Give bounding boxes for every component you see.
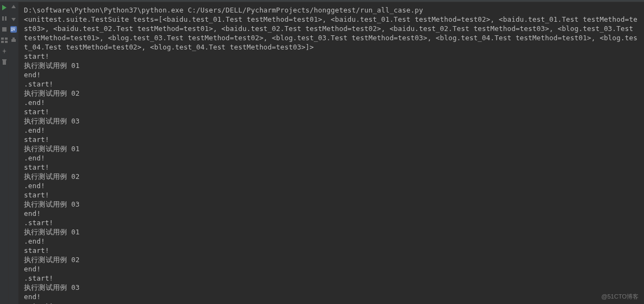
print-icon[interactable] [10,37,17,44]
output-line: start! [24,52,639,61]
output-line: .start! [24,274,639,283]
watermark: @51CTO博客 [602,293,639,301]
output-line: end! [24,70,639,79]
svg-rect-4 [5,38,8,40]
up-icon[interactable] [10,4,17,11]
command-line: D:\software\Python\Python37\python.exe C… [24,5,639,15]
pin-icon[interactable] [1,48,8,54]
output-line: .end! [24,153,639,163]
output-lines: start!执行测试用例 01end!.start!执行测试用例 02.end!… [24,52,639,304]
svg-rect-2 [2,27,7,32]
output-line: .start! [24,301,639,304]
svg-rect-7 [3,60,6,65]
svg-rect-8 [2,59,7,60]
output-line: 执行测试用例 03 [24,283,639,292]
output-line: .end! [24,181,639,190]
output-line: start! [24,246,639,255]
down-icon[interactable] [10,15,17,22]
output-line: end! [24,264,639,274]
output-line: end! [24,292,639,301]
svg-rect-5 [1,41,4,43]
output-line: .end! [24,126,639,135]
pause-icon[interactable] [1,15,8,22]
second-gutter [9,2,18,304]
trash-icon[interactable] [1,59,8,65]
output-line: 执行测试用例 03 [24,200,639,209]
output-line: start! [24,107,639,116]
svg-rect-10 [13,38,15,39]
main-container: D:\software\Python\Python37\python.exe C… [0,2,644,304]
output-line: 执行测试用例 01 [24,61,639,70]
output-line: .start! [24,218,639,227]
run-icon[interactable] [1,4,8,11]
svg-rect-9 [11,39,16,42]
svg-rect-3 [1,38,4,40]
wrap-icon[interactable] [10,26,17,33]
output-line: 执行测试用例 03 [24,116,639,126]
output-line: end! [24,209,639,218]
layout-icon[interactable] [1,37,8,44]
suite-line: <unittest.suite.TestSuite tests=[<baidu.… [24,15,639,52]
svg-rect-1 [5,16,7,21]
stop-icon[interactable] [1,26,8,33]
output-line: 执行测试用例 02 [24,89,639,98]
output-line: start! [24,163,639,172]
output-line: .end! [24,98,639,107]
output-line: .end! [24,237,639,246]
svg-rect-0 [2,16,4,21]
left-gutter [0,2,9,304]
output-line: start! [24,135,639,144]
console-output[interactable]: D:\software\Python\Python37\python.exe C… [18,2,644,304]
output-line: .start! [24,79,639,89]
output-line: 执行测试用例 01 [24,227,639,237]
output-line: 执行测试用例 02 [24,255,639,264]
svg-rect-6 [5,41,8,43]
output-line: start! [24,190,639,200]
output-line: 执行测试用例 02 [24,172,639,181]
output-line: 执行测试用例 01 [24,144,639,153]
